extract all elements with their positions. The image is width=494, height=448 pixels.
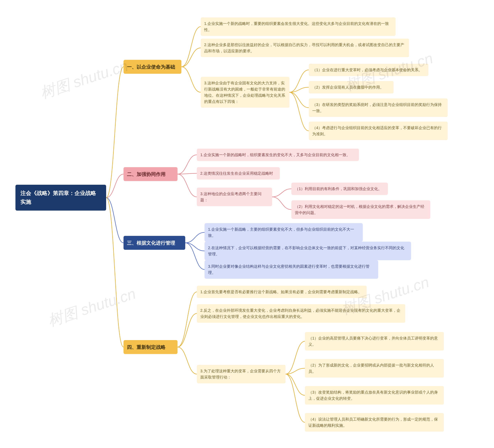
branch-2-item-3a[interactable]: （1）利用目前的有利条件，巩固和加强企业文化。 [291, 183, 388, 195]
branch-4-item-3a[interactable]: （1）企业的高层管理人员要痛下决心进行变革，并向全体员工讲明变革的意义。 [305, 332, 444, 350]
branch-1-item-3c[interactable]: （3）在研发的类型的奖励系统时，必须注意与企业组织目前的奖励行为保持一致。 [309, 99, 448, 117]
branch-4-item-3c[interactable]: （3）改变奖励结构，将奖励的重点放在具有新文化意识的事业部或个人的身上，促进企业… [305, 386, 444, 405]
branch-1-item-3[interactable]: 3.这种企业由于有企业固有文化的大力支持，实行新战略没有大的困难，一般处于非常有… [201, 77, 289, 108]
branch-1-item-3d[interactable]: （4）考虑进行与企业组织目前的文化相适应的变革，不要破坏企业已有的行为准则。 [309, 122, 448, 140]
branch-4-item-1[interactable]: 1.企业首先要考察是否有必要推行这个新战略。如果没有必要，企业则需要考虑重新制定… [197, 286, 367, 298]
branch-1-item-1[interactable]: 1.企业实施一个新的战略时，重要的组织要素会发生很大变化。这些变化大多与企业目前… [201, 17, 395, 36]
branch-2[interactable]: 二、加强协同作用 [124, 167, 177, 181]
branch-4-item-3d[interactable]: （4）设法让管理人员和员工明确新文化所需要的行为，形成一定的规范，保证新战略的顺… [305, 413, 444, 432]
branch-3-item-3[interactable]: 3.同时企业要对像企业结构这样与企业文化密切相关的因素进行变革时，也需要根据文化… [205, 260, 378, 279]
branch-3[interactable]: 三、根据文化进行管理 [124, 236, 185, 250]
branch-4[interactable]: 四、重新制定战略 [124, 340, 177, 354]
branch-1-item-2[interactable]: 2.这种企业多是那些以往效益好的企业，可以根据自己的实力，寻找可以利用的重大机会… [201, 39, 409, 57]
branch-1-item-3b[interactable]: （2）发挥企业现有人员在撤脂中的作用。 [309, 81, 394, 93]
branch-1[interactable]: 一、以企业使命为基础 [124, 60, 181, 74]
watermark: 树图 shutu.cn [38, 56, 131, 103]
branch-3-item-2[interactable]: 2.在这种情况下，企业可以根据经营的需要，在不影响企业总体文化一致的前提下，对某… [205, 242, 411, 260]
mindmap-stage: 树图 shutu.cn 树图 shutu.cn 树图 shutu.cn 树图 s… [0, 0, 494, 448]
branch-3-item-1[interactable]: 1.企业实施一个新战略，主要的组织要素变化不大，但多与企业组织目前的文化不大一致… [205, 223, 363, 242]
branch-2-item-1[interactable]: 1.企业实施一个新的战略时，组织要素发生的变化不大，又多与企业目前的文化相一致。 [197, 149, 359, 161]
branch-4-item-3[interactable]: 3.为了处理这种重大的变革，企业需要从四个方面采取管理行动： [197, 365, 286, 383]
branch-1-item-3a[interactable]: （1）企业在进行重大变革时，必须考虑与企业基本使命的关系。 [309, 64, 428, 76]
branch-4-item-2[interactable]: 2.反之，在企业外部环境发生重大变化，企业考虑到自身长远利益，必须实施不能迎合企… [197, 304, 405, 323]
watermark: 树图 shutu.cn [45, 284, 138, 331]
branch-2-item-2[interactable]: 2.这类情况往往发生在企业采用稳定战略时 [197, 167, 280, 179]
root-node[interactable]: 注会《战略》第四章：企业战略实施 [15, 185, 106, 211]
branch-4-item-3b[interactable]: （2）为了形成新的文化，企业要招聘或从内部提拔一批与新文化相符的人员。 [305, 359, 444, 378]
branch-2-item-3[interactable]: 3.这种地位的企业应考虑两个主要问题： [197, 188, 272, 206]
branch-2-item-3b[interactable]: （2）利用文化相对稳定的这一时机，根据企业文化的需求，解决企业生产经营中的问题。 [291, 200, 430, 219]
